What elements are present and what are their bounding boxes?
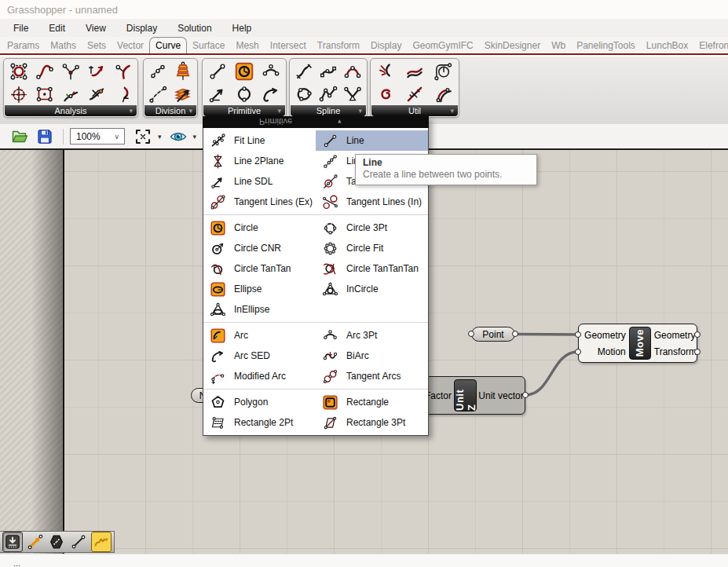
menu-item-help[interactable]: Help [222, 20, 262, 36]
move-output-geometry[interactable]: Geometry [654, 327, 696, 343]
tab-lunchbox[interactable]: LunchBox [641, 38, 693, 53]
combo-chevron-icon[interactable]: ∨ [114, 133, 124, 141]
menu-item-line[interactable]: Line [316, 130, 428, 151]
menu-item-incircle[interactable]: InCircle [316, 279, 428, 299]
ribbon-offset-button[interactable] [429, 82, 457, 105]
ribbon-evaluate-button[interactable] [57, 60, 83, 82]
ribbon-circle-center-button[interactable] [5, 82, 31, 105]
menu-item-tangent-arcs[interactable]: Tangent Arcs [316, 366, 428, 386]
ribbon-curve-nodes-button[interactable] [5, 60, 31, 82]
menu-item-circle-fit[interactable]: Circle Fit [316, 238, 428, 258]
ribbon-group-label[interactable]: Division▾ [145, 105, 196, 116]
ribbon-circle-outline-button[interactable] [231, 82, 258, 105]
save-button[interactable] [35, 126, 55, 147]
ribbon-interpolate-button[interactable] [291, 60, 316, 82]
zoom-extents-button[interactable] [133, 126, 153, 147]
zoom-level-combo[interactable]: 100%∨ [70, 128, 125, 144]
ribbon-group-arrow-icon[interactable]: ▾ [129, 105, 133, 116]
ribbon-dash-point-button[interactable] [110, 60, 136, 82]
ribbon-t-curve-button[interactable] [84, 60, 110, 82]
ribbon-divide-lamp-button[interactable] [170, 60, 196, 82]
menu-item-line-2plane[interactable]: Line 2Plane [203, 151, 316, 171]
move-geometry-out-port[interactable] [694, 331, 701, 338]
menu-item-display[interactable]: Display [116, 20, 167, 36]
menu-item-circle-tantan[interactable]: Circle TanTan [203, 258, 316, 279]
menu-item-view[interactable]: View [75, 20, 116, 36]
unitz-input-factor[interactable]: Factor [425, 388, 452, 404]
unitz-label-box[interactable]: Unit Z [454, 379, 477, 412]
ribbon-fillet-radius-button[interactable] [429, 60, 457, 82]
menu-item-file[interactable]: File [3, 20, 38, 36]
preview-dropdown[interactable]: ▾ [193, 133, 197, 141]
tab-display[interactable]: Display [365, 38, 407, 53]
menu-item-circle-tantantan[interactable]: Circle TanTanTan [316, 258, 428, 279]
tab-params[interactable]: Params [2, 38, 45, 53]
ribbon-x-curve-button[interactable] [84, 82, 110, 105]
menu-item-arc-3pt[interactable]: Arc 3Pt [316, 325, 428, 346]
ribbon-bezier-button[interactable] [341, 60, 365, 82]
tab-geomgymifc[interactable]: GeomGymIFC [407, 38, 478, 53]
menu-item-modified-arc[interactable]: Modified Arc [203, 366, 316, 386]
ribbon-group-label[interactable]: Analysis▾ [5, 105, 137, 116]
menu-item-rectangle-2pt[interactable]: Rectangle 2Pt [203, 412, 316, 433]
menu-item-fit-line[interactable]: Fit Line [203, 130, 316, 151]
ribbon-circle-tile-button[interactable] [231, 60, 258, 82]
tab-curve[interactable]: Curve [149, 37, 187, 55]
ribbon-kink-button[interactable] [341, 82, 365, 105]
menu-item-circle-3pt[interactable]: Circle 3Pt [316, 218, 428, 238]
move-geometry-port[interactable] [575, 331, 581, 338]
tab-wb[interactable]: Wb [546, 38, 571, 53]
ribbon-flip-curve-button[interactable] [401, 60, 429, 82]
point-input-port[interactable] [468, 331, 474, 337]
ribbon-arc-3pt-button[interactable] [258, 60, 284, 82]
sketch-tool-button[interactable] [91, 532, 112, 552]
tab-sets[interactable]: Sets [82, 38, 112, 53]
component-tool-button[interactable] [48, 532, 67, 551]
ribbon-frames-button[interactable] [57, 82, 83, 105]
tab-intersect[interactable]: Intersect [265, 38, 312, 53]
menu-item-line-sdl[interactable]: Line SDL [203, 171, 316, 192]
menu-item-ellipse[interactable]: Ellipse [203, 279, 316, 299]
ribbon-group-label[interactable]: Primitive▾ [203, 105, 285, 116]
menu-item-rectangle[interactable]: Rectangle [316, 392, 428, 412]
param-point[interactable]: Point [471, 327, 515, 342]
dropdown-header[interactable]: Primitive ▾ [203, 116, 429, 128]
move-input-geometry[interactable]: Geometry [584, 327, 626, 343]
drop-target-button[interactable] [2, 532, 23, 552]
unitz-output-port[interactable] [522, 392, 529, 398]
tab-surface[interactable]: Surface [187, 38, 230, 53]
tab-skindesigner[interactable]: SkinDesigner [479, 38, 546, 53]
menu-item-circle[interactable]: Circle [203, 218, 316, 238]
ribbon-arc-sed-button[interactable] [258, 82, 284, 105]
move-label-box[interactable]: Move [629, 327, 651, 360]
tab-elefront[interactable]: Elefront [693, 38, 728, 53]
tab-vector[interactable]: Vector [112, 38, 149, 53]
tab-transform[interactable]: Transform [312, 38, 365, 53]
menu-item-edit[interactable]: Edit [38, 20, 75, 36]
zoom-extents-dropdown[interactable]: ▾ [158, 133, 162, 141]
ribbon-nurbs-button[interactable] [316, 60, 340, 82]
preview-button[interactable] [168, 126, 188, 147]
tab-mesh[interactable]: Mesh [230, 38, 264, 53]
ribbon-line-button[interactable] [204, 60, 231, 82]
move-input-motion[interactable]: Motion [598, 344, 626, 360]
ribbon-line-sdl-button[interactable] [204, 82, 231, 105]
ribbon-group-arrow-icon[interactable]: ▾ [277, 105, 281, 116]
ribbon-group-arrow-icon[interactable]: ▾ [188, 105, 192, 116]
menu-item-tangent-lines-ex[interactable]: Tangent Lines (Ex) [203, 192, 316, 212]
ribbon-divide-count-button[interactable] [145, 60, 170, 82]
tab-maths[interactable]: Maths [45, 38, 82, 53]
ribbon-spiral-button[interactable] [372, 82, 401, 105]
vector-tool-button[interactable] [26, 532, 45, 551]
menu-item-polygon[interactable]: Polygon [203, 392, 316, 412]
ribbon-group-arrow-icon[interactable]: ▾ [358, 105, 362, 116]
menu-item-biarc[interactable]: BiArc [316, 346, 428, 366]
move-transform-out-port[interactable] [694, 349, 701, 355]
move-motion-port[interactable] [575, 349, 581, 355]
ribbon-group-label[interactable]: Spline▾ [291, 105, 366, 116]
unitz-output-unit-vector[interactable]: Unit vector [478, 388, 523, 404]
menu-item-arc-sed[interactable]: Arc SED [203, 346, 316, 366]
menu-item-inellipse[interactable]: InEllipse [203, 299, 316, 320]
open-file-button[interactable] [9, 126, 30, 147]
menu-item-arc[interactable]: Arc [203, 325, 316, 346]
